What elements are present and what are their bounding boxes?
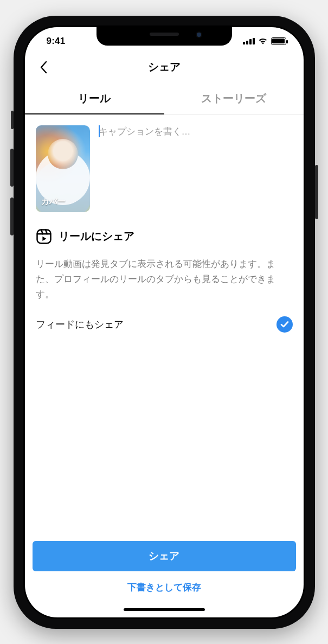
- share-to-feed-label: フィードにもシェア: [36, 318, 124, 331]
- home-indicator: [25, 602, 304, 617]
- checkmark-icon: [276, 316, 293, 333]
- phone-frame: 9:41 シェア: [14, 16, 315, 629]
- wifi-icon: [258, 37, 268, 45]
- compose-row: カバー: [25, 114, 304, 212]
- cover-label: カバー: [41, 196, 66, 207]
- reels-icon: [36, 228, 52, 245]
- share-to-feed-toggle[interactable]: フィードにもシェア: [36, 314, 293, 336]
- side-button-mute: [11, 111, 14, 129]
- side-button-volume-up: [10, 149, 14, 187]
- share-to-reels-title: リールにシェア: [59, 229, 134, 244]
- save-draft-button[interactable]: 下書きとして保存: [33, 571, 296, 597]
- footer: シェア 下書きとして保存: [25, 541, 304, 602]
- battery-icon: [271, 37, 286, 45]
- tabs: リール ストーリーズ: [25, 82, 304, 114]
- content-body: カバー: [25, 114, 304, 541]
- text-cursor: [99, 125, 100, 137]
- share-to-reels-description: リール動画は発見タブに表示される可能性があります。また、プロフィールのリールのタ…: [36, 257, 293, 302]
- notch: [97, 27, 232, 46]
- svg-rect-0: [37, 229, 50, 243]
- tab-reels[interactable]: リール: [25, 82, 164, 114]
- tab-stories[interactable]: ストーリーズ: [164, 82, 304, 114]
- caption-input[interactable]: [99, 125, 293, 137]
- share-button[interactable]: シェア: [33, 541, 296, 571]
- back-button[interactable]: [33, 56, 54, 78]
- page-title: シェア: [148, 60, 181, 74]
- chevron-left-icon: [40, 61, 47, 74]
- header: シェア: [25, 52, 304, 82]
- cover-thumbnail[interactable]: カバー: [36, 125, 90, 212]
- side-button-volume-down: [10, 197, 14, 235]
- side-button-power: [315, 165, 318, 219]
- cellular-signal-icon: [243, 38, 255, 44]
- status-time: 9:41: [47, 36, 66, 47]
